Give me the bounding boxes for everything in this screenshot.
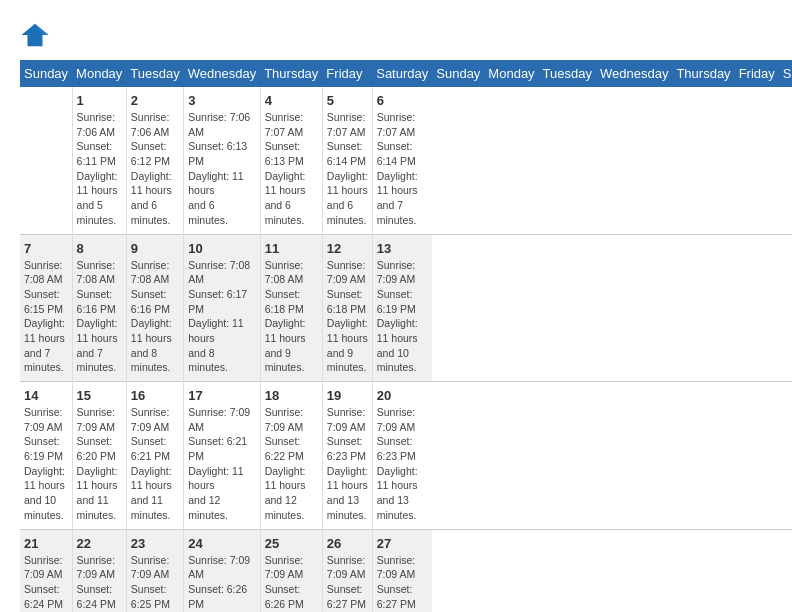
- header-day-thursday: Thursday: [260, 60, 322, 87]
- day-info: Sunrise: 7:07 AM Sunset: 6:13 PM Dayligh…: [265, 110, 318, 228]
- day-number: 4: [265, 93, 318, 108]
- day-number: 20: [377, 388, 429, 403]
- day-info: Sunrise: 7:09 AM Sunset: 6:23 PM Dayligh…: [327, 405, 368, 523]
- day-info: Sunrise: 7:09 AM Sunset: 6:26 PM Dayligh…: [188, 553, 255, 613]
- calendar-cell: 17Sunrise: 7:09 AM Sunset: 6:21 PM Dayli…: [184, 382, 260, 530]
- day-info: Sunrise: 7:06 AM Sunset: 6:12 PM Dayligh…: [131, 110, 179, 228]
- header-day-monday: Monday: [72, 60, 126, 87]
- day-info: Sunrise: 7:08 AM Sunset: 6:17 PM Dayligh…: [188, 258, 255, 376]
- day-info: Sunrise: 7:08 AM Sunset: 6:15 PM Dayligh…: [24, 258, 68, 376]
- calendar-cell: 4Sunrise: 7:07 AM Sunset: 6:13 PM Daylig…: [260, 87, 322, 234]
- day-info: Sunrise: 7:07 AM Sunset: 6:14 PM Dayligh…: [377, 110, 429, 228]
- day-number: 16: [131, 388, 179, 403]
- header-day-friday: Friday: [322, 60, 372, 87]
- day-number: 2: [131, 93, 179, 108]
- page-header: [20, 20, 772, 50]
- calendar-cell: 22Sunrise: 7:09 AM Sunset: 6:24 PM Dayli…: [72, 529, 126, 612]
- day-info: Sunrise: 7:06 AM Sunset: 6:11 PM Dayligh…: [77, 110, 122, 228]
- calendar-cell: 7Sunrise: 7:08 AM Sunset: 6:15 PM Daylig…: [20, 234, 72, 382]
- day-number: 9: [131, 241, 179, 256]
- calendar-cell: 26Sunrise: 7:09 AM Sunset: 6:27 PM Dayli…: [322, 529, 372, 612]
- day-number: 13: [377, 241, 429, 256]
- day-number: 25: [265, 536, 318, 551]
- calendar-cell: 14Sunrise: 7:09 AM Sunset: 6:19 PM Dayli…: [20, 382, 72, 530]
- calendar-week-row: 14Sunrise: 7:09 AM Sunset: 6:19 PM Dayli…: [20, 382, 792, 530]
- day-number: 17: [188, 388, 255, 403]
- calendar-cell: 21Sunrise: 7:09 AM Sunset: 6:24 PM Dayli…: [20, 529, 72, 612]
- header-tuesday: Tuesday: [539, 60, 596, 87]
- header-wednesday: Wednesday: [596, 60, 672, 87]
- day-number: 12: [327, 241, 368, 256]
- day-number: 1: [77, 93, 122, 108]
- day-info: Sunrise: 7:09 AM Sunset: 6:19 PM Dayligh…: [24, 405, 68, 523]
- day-number: 5: [327, 93, 368, 108]
- day-number: 27: [377, 536, 429, 551]
- calendar-cell: 6Sunrise: 7:07 AM Sunset: 6:14 PM Daylig…: [372, 87, 432, 234]
- calendar-cell: 15Sunrise: 7:09 AM Sunset: 6:20 PM Dayli…: [72, 382, 126, 530]
- calendar-cell: 9Sunrise: 7:08 AM Sunset: 6:16 PM Daylig…: [126, 234, 183, 382]
- calendar-week-row: 1Sunrise: 7:06 AM Sunset: 6:11 PM Daylig…: [20, 87, 792, 234]
- day-info: Sunrise: 7:09 AM Sunset: 6:21 PM Dayligh…: [188, 405, 255, 523]
- header-sunday: Sunday: [432, 60, 484, 87]
- calendar-cell: 3Sunrise: 7:06 AM Sunset: 6:13 PM Daylig…: [184, 87, 260, 234]
- header-saturday: Saturday: [779, 60, 792, 87]
- day-number: 18: [265, 388, 318, 403]
- day-info: Sunrise: 7:09 AM Sunset: 6:19 PM Dayligh…: [377, 258, 429, 376]
- day-number: 10: [188, 241, 255, 256]
- calendar-cell: 24Sunrise: 7:09 AM Sunset: 6:26 PM Dayli…: [184, 529, 260, 612]
- header-friday: Friday: [735, 60, 779, 87]
- calendar-cell: 23Sunrise: 7:09 AM Sunset: 6:25 PM Dayli…: [126, 529, 183, 612]
- day-info: Sunrise: 7:09 AM Sunset: 6:27 PM Dayligh…: [377, 553, 429, 613]
- logo-icon: [20, 20, 50, 50]
- day-number: 7: [24, 241, 68, 256]
- header-thursday: Thursday: [672, 60, 734, 87]
- calendar-cell: 25Sunrise: 7:09 AM Sunset: 6:26 PM Dayli…: [260, 529, 322, 612]
- day-info: Sunrise: 7:06 AM Sunset: 6:13 PM Dayligh…: [188, 110, 255, 228]
- day-info: Sunrise: 7:09 AM Sunset: 6:26 PM Dayligh…: [265, 553, 318, 613]
- calendar-cell: 19Sunrise: 7:09 AM Sunset: 6:23 PM Dayli…: [322, 382, 372, 530]
- header-day-saturday: Saturday: [372, 60, 432, 87]
- header-day-sunday: Sunday: [20, 60, 72, 87]
- calendar-cell: 2Sunrise: 7:06 AM Sunset: 6:12 PM Daylig…: [126, 87, 183, 234]
- calendar-table: SundayMondayTuesdayWednesdayThursdayFrid…: [20, 60, 792, 612]
- calendar-cell: 8Sunrise: 7:08 AM Sunset: 6:16 PM Daylig…: [72, 234, 126, 382]
- calendar-cell: 12Sunrise: 7:09 AM Sunset: 6:18 PM Dayli…: [322, 234, 372, 382]
- day-info: Sunrise: 7:09 AM Sunset: 6:18 PM Dayligh…: [327, 258, 368, 376]
- day-number: 22: [77, 536, 122, 551]
- day-info: Sunrise: 7:09 AM Sunset: 6:24 PM Dayligh…: [24, 553, 68, 613]
- day-info: Sunrise: 7:09 AM Sunset: 6:24 PM Dayligh…: [77, 553, 122, 613]
- calendar-cell: 1Sunrise: 7:06 AM Sunset: 6:11 PM Daylig…: [72, 87, 126, 234]
- day-info: Sunrise: 7:09 AM Sunset: 6:20 PM Dayligh…: [77, 405, 122, 523]
- day-info: Sunrise: 7:08 AM Sunset: 6:18 PM Dayligh…: [265, 258, 318, 376]
- day-number: 24: [188, 536, 255, 551]
- header-day-wednesday: Wednesday: [184, 60, 260, 87]
- calendar-cell: 20Sunrise: 7:09 AM Sunset: 6:23 PM Dayli…: [372, 382, 432, 530]
- day-number: 23: [131, 536, 179, 551]
- day-info: Sunrise: 7:08 AM Sunset: 6:16 PM Dayligh…: [77, 258, 122, 376]
- day-info: Sunrise: 7:07 AM Sunset: 6:14 PM Dayligh…: [327, 110, 368, 228]
- day-number: 6: [377, 93, 429, 108]
- calendar-cell: 10Sunrise: 7:08 AM Sunset: 6:17 PM Dayli…: [184, 234, 260, 382]
- day-info: Sunrise: 7:08 AM Sunset: 6:16 PM Dayligh…: [131, 258, 179, 376]
- calendar-cell: 5Sunrise: 7:07 AM Sunset: 6:14 PM Daylig…: [322, 87, 372, 234]
- day-number: 26: [327, 536, 368, 551]
- calendar-header-row: SundayMondayTuesdayWednesdayThursdayFrid…: [20, 60, 792, 87]
- calendar-week-row: 7Sunrise: 7:08 AM Sunset: 6:15 PM Daylig…: [20, 234, 792, 382]
- calendar-cell: 16Sunrise: 7:09 AM Sunset: 6:21 PM Dayli…: [126, 382, 183, 530]
- day-number: 3: [188, 93, 255, 108]
- calendar-week-row: 21Sunrise: 7:09 AM Sunset: 6:24 PM Dayli…: [20, 529, 792, 612]
- day-info: Sunrise: 7:09 AM Sunset: 6:21 PM Dayligh…: [131, 405, 179, 523]
- day-info: Sunrise: 7:09 AM Sunset: 6:27 PM Dayligh…: [327, 553, 368, 613]
- logo: [20, 20, 54, 50]
- day-info: Sunrise: 7:09 AM Sunset: 6:22 PM Dayligh…: [265, 405, 318, 523]
- day-number: 21: [24, 536, 68, 551]
- calendar-cell: [20, 87, 72, 234]
- header-monday: Monday: [484, 60, 538, 87]
- day-info: Sunrise: 7:09 AM Sunset: 6:25 PM Dayligh…: [131, 553, 179, 613]
- day-number: 14: [24, 388, 68, 403]
- calendar-cell: 27Sunrise: 7:09 AM Sunset: 6:27 PM Dayli…: [372, 529, 432, 612]
- day-number: 11: [265, 241, 318, 256]
- day-number: 19: [327, 388, 368, 403]
- day-number: 8: [77, 241, 122, 256]
- day-info: Sunrise: 7:09 AM Sunset: 6:23 PM Dayligh…: [377, 405, 429, 523]
